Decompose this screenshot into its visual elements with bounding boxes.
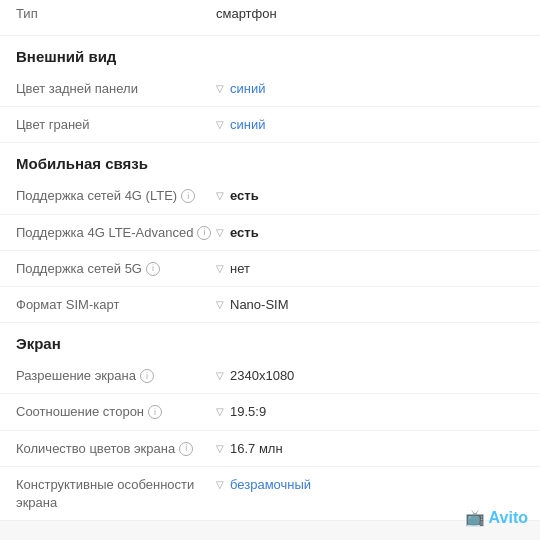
spec-row-4g-lte: Поддержка сетей 4G (LTE) i ▽ есть: [0, 178, 540, 214]
info-icon-colors[interactable]: i: [179, 442, 193, 456]
section-title-mobile: Мобильная связь: [16, 155, 148, 172]
spec-value-aspect-ratio: ▽ 19.5:9: [216, 402, 524, 421]
spec-value-5g: ▽ нет: [216, 259, 524, 278]
triangle-icon-4g-lte-advanced: ▽: [216, 227, 224, 238]
spec-value-4g-lte: ▽ есть: [216, 186, 524, 205]
spec-label-edge-color: Цвет граней: [16, 115, 216, 134]
spec-value-type: смартфон: [216, 4, 524, 23]
value-text-4g-lte: есть: [230, 187, 259, 205]
value-text-type: смартфон: [216, 5, 277, 23]
section-header-appearance: Внешний вид: [0, 36, 540, 71]
section-title-appearance: Внешний вид: [16, 48, 116, 65]
spec-label-colors: Количество цветов экрана i: [16, 439, 216, 458]
triangle-icon-5g: ▽: [216, 263, 224, 274]
spec-label-type: Тип: [16, 4, 216, 23]
spec-row-colors: Количество цветов экрана i ▽ 16.7 млн: [0, 431, 540, 467]
value-text-sim: Nano-SIM: [230, 296, 289, 314]
spec-value-colors: ▽ 16.7 млн: [216, 439, 524, 458]
spec-value-4g-lte-advanced: ▽ есть: [216, 223, 524, 242]
spec-row-type: Тип смартфон: [0, 0, 540, 36]
triangle-icon-back-color: ▽: [216, 83, 224, 94]
spec-value-back-color: ▽ синий: [216, 79, 524, 98]
spec-label-4g-lte-advanced: Поддержка 4G LTE-Advanced i: [16, 223, 216, 242]
spec-row-5g: Поддержка сетей 5G i ▽ нет: [0, 251, 540, 287]
spec-value-resolution: ▽ 2340x1080: [216, 366, 524, 385]
value-text-bezel: безрамочный: [230, 476, 311, 494]
value-text-colors: 16.7 млн: [230, 440, 283, 458]
section-header-screen: Экран: [0, 323, 540, 358]
spec-label-back-color: Цвет задней панели: [16, 79, 216, 98]
triangle-icon-aspect-ratio: ▽: [216, 406, 224, 417]
value-text-resolution: 2340x1080: [230, 367, 294, 385]
value-text-4g-lte-advanced: есть: [230, 224, 259, 242]
triangle-icon-sim: ▽: [216, 299, 224, 310]
spec-value-sim: ▽ Nano-SIM: [216, 295, 524, 314]
triangle-icon-4g-lte: ▽: [216, 190, 224, 201]
triangle-icon-colors: ▽: [216, 443, 224, 454]
value-text-5g: нет: [230, 260, 250, 278]
spec-label-5g: Поддержка сетей 5G i: [16, 259, 216, 278]
page: Тип смартфон Внешний вид Цвет задней пан…: [0, 0, 540, 521]
spec-value-bezel: ▽ безрамочный: [216, 475, 524, 494]
section-header-mobile: Мобильная связь: [0, 143, 540, 178]
spec-value-edge-color: ▽ синий: [216, 115, 524, 134]
spec-label-4g-lte: Поддержка сетей 4G (LTE) i: [16, 186, 216, 205]
info-icon-4g-lte-advanced[interactable]: i: [197, 226, 211, 240]
value-text-aspect-ratio: 19.5:9: [230, 403, 266, 421]
avito-watermark: 📺 Avito: [465, 507, 528, 528]
spec-row-back-color: Цвет задней панели ▽ синий: [0, 71, 540, 107]
spec-label-bezel: Конструктивные особенности экрана: [16, 475, 216, 512]
info-icon-4g-lte[interactable]: i: [181, 189, 195, 203]
spec-row-edge-color: Цвет граней ▽ синий: [0, 107, 540, 143]
spec-row-bezel: Конструктивные особенности экрана ▽ безр…: [0, 467, 540, 521]
spec-row-sim: Формат SIM-карт ▽ Nano-SIM: [0, 287, 540, 323]
section-title-screen: Экран: [16, 335, 61, 352]
triangle-icon-bezel: ▽: [216, 479, 224, 490]
value-text-edge-color: синий: [230, 116, 265, 134]
spec-row-resolution: Разрешение экрана i ▽ 2340x1080: [0, 358, 540, 394]
triangle-icon-resolution: ▽: [216, 370, 224, 381]
info-icon-5g[interactable]: i: [146, 262, 160, 276]
spec-row-4g-lte-advanced: Поддержка 4G LTE-Advanced i ▽ есть: [0, 215, 540, 251]
info-icon-resolution[interactable]: i: [140, 369, 154, 383]
spec-label-resolution: Разрешение экрана i: [16, 366, 216, 385]
spec-label-aspect-ratio: Соотношение сторон i: [16, 402, 216, 421]
info-icon-aspect-ratio[interactable]: i: [148, 405, 162, 419]
spec-row-aspect-ratio: Соотношение сторон i ▽ 19.5:9: [0, 394, 540, 430]
triangle-icon-edge-color: ▽: [216, 119, 224, 130]
spec-label-sim: Формат SIM-карт: [16, 295, 216, 314]
value-text-back-color: синий: [230, 80, 265, 98]
